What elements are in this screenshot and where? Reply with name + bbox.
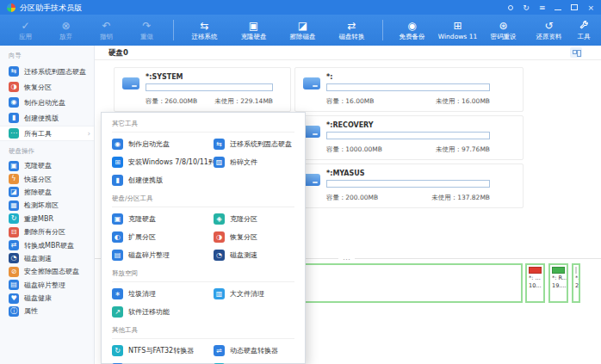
partition-unused: 未使用 : 97.76MB — [436, 145, 490, 154]
popup-item-recover-partition[interactable]: ◑ 恢复分区 — [214, 228, 294, 246]
sidebar-item-create-portable[interactable]: ▮ 创建便携版 — [0, 110, 94, 126]
sidebar-item-delete-all[interactable]: ⊟ 删除所有分区 — [0, 225, 94, 238]
partition-card-unnamed[interactable]: *: 容量 : 16.00MB 未使用 : 16.00MB — [294, 67, 524, 112]
popup-item-install-win-to-usb[interactable]: ⊞ 安装Windows 7/8/10/11到移动硬 — [112, 153, 214, 171]
disk-drive-icon — [303, 174, 320, 186]
partition-block-green[interactable]: *: R... 19.... — [548, 263, 568, 303]
partition-card-myasus[interactable]: *:MYASUS 容量 : 200.00MB 未使用 : 137.82MB — [294, 163, 524, 208]
partition-capacity: 容量 : 1000.00MB — [326, 145, 382, 154]
partition-card-recovery[interactable]: *:RECOVERY 容量 : 1000.00MB 未使用 : 97.76MB — [294, 115, 524, 160]
partition-name: *:SYSTEM — [146, 73, 183, 81]
close-button[interactable]: × — [587, 3, 594, 12]
sidebar-item-icon: ▮ — [9, 113, 19, 123]
popup-item-label: 克隆分区 — [230, 214, 257, 224]
toolbar-button-label: Windows 11 — [438, 33, 477, 40]
partition-name: *:RECOVERY — [326, 121, 374, 129]
sidebar-item-recover-partition[interactable]: ◑ 恢复分区 — [0, 79, 94, 95]
popup-item-icon: ▥ — [214, 288, 225, 299]
sidebar-item-convert-to-mbr[interactable]: ⇄ 转换成MBR硬盘 — [0, 238, 94, 251]
migrate-os-button[interactable]: ⇆ 迁移系统 — [180, 18, 229, 42]
maximize-button[interactable] — [571, 4, 578, 10]
popup-item-clone-partition[interactable]: ◈ 克隆分区 — [214, 210, 294, 228]
sidebar-item-defrag[interactable]: ▤ 磁盘碎片整理 — [0, 279, 94, 292]
undo-button[interactable]: ↶ 撤销 — [86, 18, 127, 42]
disk-drive-icon — [303, 77, 320, 89]
sidebar-item-label: 删除所有分区 — [24, 227, 65, 237]
popup-item-extend-partition[interactable]: ◐ 扩展分区 — [112, 228, 214, 246]
apply-button[interactable]: ✓ 应用 — [5, 18, 46, 42]
popup-item-label: 安装Windows 7/8/10/11到移动硬 — [128, 157, 214, 167]
password-reset-button[interactable]: ⊛ 密码重设 — [480, 18, 526, 42]
popup-item-big-file-clean[interactable]: ▥ 大文件清理 — [214, 285, 294, 303]
partition-block-usage — [529, 267, 542, 274]
disk-convert-button[interactable]: ⇄ 磁盘转换 — [327, 18, 376, 42]
popup-item-make-boot-disc[interactable]: ◉ 制作启动光盘 — [112, 135, 214, 153]
window-controls: ↻ ≡ × — [508, 3, 594, 12]
sidebar-item-label: 转换成MBR硬盘 — [24, 241, 74, 250]
popup-item-secure-erase-ssd[interactable]: ⊘ 安全擦除固态硬盘 — [112, 360, 214, 364]
wipe-disk-button[interactable]: ◪ 擦除磁盘 — [278, 18, 327, 42]
sidebar-item-wipe-disk[interactable]: ◪ 擦除硬盘 — [0, 186, 94, 199]
window-title: 分区助手技术员版 — [20, 3, 82, 12]
sidebar-item-label: 创建便携版 — [24, 114, 59, 123]
menu-icon[interactable]: ≡ — [539, 3, 546, 12]
bulb-icon[interactable] — [508, 4, 513, 10]
discard-button[interactable]: ⊗ 放弃 — [46, 18, 86, 42]
partition-block-red[interactable]: *: ... 10... — [525, 263, 545, 303]
partition-unused: 未使用 : 16.00MB — [436, 97, 490, 106]
restore-data-button[interactable]: ↺ 还原资料 — [526, 18, 572, 42]
free-backup-button[interactable]: ◉ 免费备份 — [389, 18, 435, 42]
popup-item-shred-files[interactable]: ▨ 粉碎文件 — [214, 153, 294, 171]
redo-button[interactable]: ↷ 重做 — [127, 18, 167, 42]
sidebar-item-properties[interactable]: ⓘ 属性 — [0, 305, 94, 318]
sidebar-item-icon: ⇆ — [9, 66, 19, 77]
windows-11-button[interactable]: ⊞ Windows 11 — [435, 18, 480, 42]
partition-card-system[interactable]: *:SYSTEM 容量 : 260.00MB 未使用 : 229.14MB — [114, 67, 291, 112]
chevron-right-icon: › — [87, 129, 90, 138]
popup-item-app-mover[interactable]: ↗ 软件迁移功能 — [112, 303, 214, 321]
sidebar-item-check-bad-sectors[interactable]: ▦ 检测坏扇区 — [0, 199, 94, 212]
popup-item-label: 软件迁移功能 — [128, 307, 170, 317]
toolbar-button-icon: ⊗ — [61, 20, 70, 32]
popup-item-create-portable[interactable]: ▮ 创建便携版 — [112, 171, 214, 189]
popup-item-defrag[interactable]: ▤ 磁盘碎片整理 — [112, 246, 214, 264]
toolbar-separator — [173, 20, 174, 40]
popup-item-integrate-recovery[interactable]: ◎ 集成到恢复环境 — [214, 360, 294, 364]
popup-item-dynamic-disk-converter[interactable]: ⇌ 动态硬盘转换器 — [214, 342, 294, 360]
popup-item-icon: ▨ — [214, 157, 225, 168]
popup-item-clone-disk[interactable]: ▣ 克隆硬盘 — [112, 210, 214, 228]
tools-button[interactable]: 工具 — [572, 18, 596, 42]
layout-toggle-icon[interactable] — [570, 47, 582, 58]
pane-resize-grip[interactable]: … — [338, 253, 355, 262]
popup-item-icon: ▣ — [112, 213, 123, 225]
sidebar-item-all-tools[interactable]: ⋯ 所有工具 › — [0, 126, 94, 141]
sidebar-item-migrate-os-to-ssd[interactable]: ⇆ 迁移系统到固态硬盘 — [0, 64, 94, 79]
sidebar-item-clone-disk[interactable]: ▣ 克隆硬盘 — [0, 159, 94, 172]
sidebar-section-header-disk-ops: 硬盘操作 — [0, 141, 94, 159]
minimize-button[interactable] — [555, 4, 561, 10]
popup-item-migrate-os-to-ssd[interactable]: ⇆ 迁移系统到固态硬盘 — [214, 135, 294, 153]
popup-item-disk-speed-test[interactable]: ◔ 磁盘测速 — [214, 246, 294, 264]
sidebar-item-label: 重建MBR — [24, 214, 53, 224]
popup-item-junk-clean[interactable]: ∗ 垃圾清理 — [112, 285, 214, 303]
partition-unused: 未使用 : 137.82MB — [431, 194, 490, 202]
partition-name: *: — [326, 73, 332, 81]
sidebar-item-icon: ◪ — [9, 187, 19, 197]
popup-section-header: 其他工具 — [112, 321, 294, 339]
sidebar-item-rebuild-mbr[interactable]: ↻ 重建MBR — [0, 213, 94, 225]
sidebar-item-disk-health[interactable]: ♥ 磁盘健康 — [0, 292, 94, 305]
sidebar-item-icon: ⓘ — [9, 306, 19, 317]
sidebar-item-secure-erase-ssd[interactable]: ⊘ 安全擦除固态硬盘 — [0, 265, 94, 278]
sidebar-item-quick-partition[interactable]: ϟ 快速分区 — [0, 172, 94, 185]
partition-block-small[interactable]: *. 2. — [572, 263, 580, 303]
all-tools-popup: 其它工具 ◉ 制作启动光盘 ⇆ 迁移系统到固态硬盘 ⊞ 安装Windows 7/… — [101, 112, 306, 364]
toolbar-button-icon: ✓ — [21, 20, 29, 32]
refresh-icon[interactable]: ↻ — [523, 3, 530, 12]
sidebar-item-make-boot-disc[interactable]: ◉ 制作启动光盘 — [0, 95, 94, 110]
sidebar-item-label: 检测坏扇区 — [24, 201, 59, 210]
popup-item-label: 制作启动光盘 — [128, 139, 170, 149]
clone-disk-button[interactable]: ▣ 克隆硬盘 — [229, 18, 278, 42]
popup-item-ntfs-fat32-converter[interactable]: ↻ NTFS与FAT32转换器 — [112, 342, 214, 360]
popup-item-icon: ↗ — [112, 306, 123, 318]
sidebar-item-disk-speed-test[interactable]: ◔ 磁盘测速 — [0, 252, 94, 265]
